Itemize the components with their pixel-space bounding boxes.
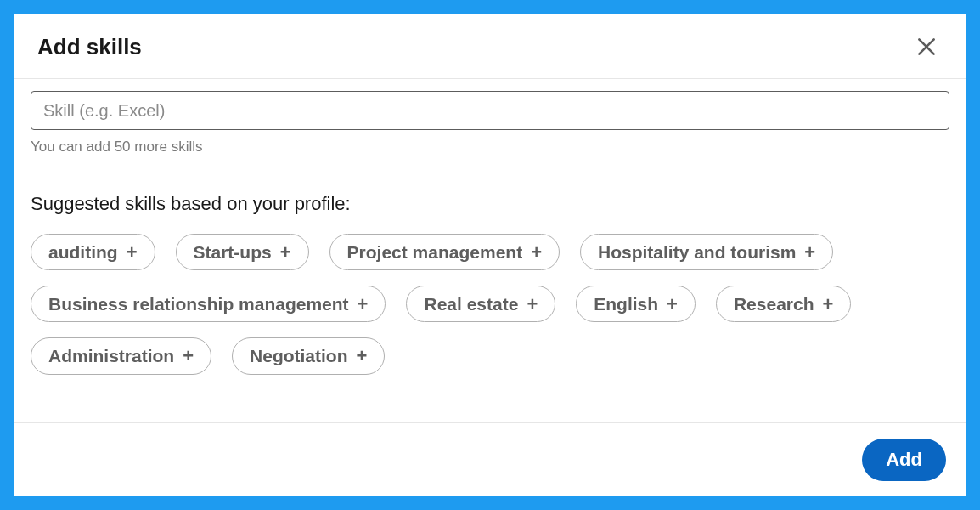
skill-input[interactable] (31, 91, 949, 130)
skill-input-helper: You can add 50 more skills (31, 139, 949, 156)
modal-footer: Add (14, 422, 966, 496)
plus-icon: + (358, 295, 369, 314)
suggested-skill-chip[interactable]: English+ (576, 286, 696, 322)
chip-label: English (594, 293, 658, 314)
plus-icon: + (823, 295, 834, 314)
chip-label: Administration (48, 345, 174, 366)
suggested-skill-chip[interactable]: Negotiation+ (232, 337, 385, 374)
plus-icon: + (804, 243, 815, 262)
chip-label: Start-ups (194, 241, 272, 263)
plus-icon: + (280, 243, 291, 262)
plus-icon: + (527, 295, 538, 314)
close-button[interactable] (910, 31, 943, 63)
modal-body: You can add 50 more skills Suggested ski… (14, 79, 966, 422)
suggested-skill-chip[interactable]: Start-ups+ (176, 234, 309, 270)
suggested-skill-chip[interactable]: Hospitality and tourism+ (580, 234, 833, 270)
suggested-skill-chip[interactable]: Business relationship management+ (31, 286, 386, 322)
chip-label: Research (734, 293, 814, 314)
chip-label: Negotiation (250, 345, 348, 366)
suggested-heading: Suggested skills based on your profile: (31, 193, 949, 215)
plus-icon: + (357, 347, 368, 366)
modal-title: Add skills (37, 34, 142, 60)
suggested-skills-list: auditing+Start-ups+Project management+Ho… (31, 234, 949, 375)
suggested-skill-chip[interactable]: Administration+ (31, 337, 211, 374)
chip-label: Hospitality and tourism (598, 241, 796, 263)
chip-label: auditing (48, 241, 118, 263)
chip-label: Project management (347, 241, 523, 263)
plus-icon: + (183, 347, 194, 366)
modal-header: Add skills (14, 14, 966, 79)
suggested-skill-chip[interactable]: Real estate+ (406, 286, 555, 322)
plus-icon: + (667, 295, 678, 314)
plus-icon: + (531, 243, 542, 262)
suggested-skill-chip[interactable]: Research+ (716, 286, 851, 322)
chip-label: Business relationship management (48, 293, 349, 314)
chip-label: Real estate (424, 293, 518, 314)
close-icon (915, 36, 938, 58)
add-skills-modal: Add skills You can add 50 more skills Su… (14, 14, 966, 496)
plus-icon: + (127, 243, 138, 262)
suggested-skill-chip[interactable]: Project management+ (329, 234, 560, 270)
add-button[interactable]: Add (862, 439, 946, 481)
suggested-skill-chip[interactable]: auditing+ (31, 234, 155, 270)
